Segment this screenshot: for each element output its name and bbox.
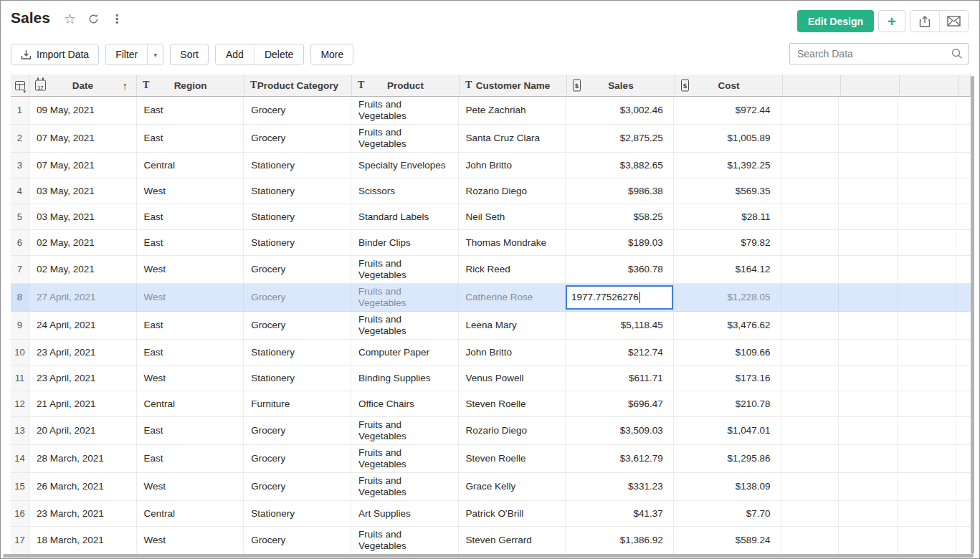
column-header-cost[interactable]: $ Cost xyxy=(675,75,783,96)
cell-product-category[interactable]: Stationery xyxy=(244,153,351,178)
cell-region[interactable]: West xyxy=(137,473,244,501)
cell-region[interactable]: East xyxy=(137,445,244,473)
row-number[interactable]: 8 xyxy=(11,284,29,312)
cell-product-category[interactable]: Grocery xyxy=(244,125,351,153)
cell-empty[interactable] xyxy=(956,340,971,366)
cell-customer-name[interactable]: Patrick O'Brill xyxy=(459,501,566,527)
cell-empty[interactable] xyxy=(781,340,839,366)
cell-sales[interactable]: $986.38 xyxy=(566,178,674,204)
share-button[interactable] xyxy=(910,11,939,32)
cell-empty[interactable] xyxy=(781,527,839,555)
cell-empty[interactable] xyxy=(781,153,839,178)
cell-region[interactable]: Central xyxy=(137,391,244,417)
cell-date[interactable]: 03 May, 2021 xyxy=(29,178,137,204)
cell-customer-name[interactable]: Leena Mary xyxy=(459,312,566,340)
cell-date[interactable]: 24 April, 2021 xyxy=(29,312,137,340)
cell-empty[interactable] xyxy=(956,125,971,153)
cell-sales[interactable]: $611.71 xyxy=(566,366,674,391)
cell-cost[interactable]: $972.44 xyxy=(674,97,781,125)
cell-cost[interactable]: $569.35 xyxy=(674,178,781,204)
cell-empty[interactable] xyxy=(956,256,971,284)
filter-button[interactable]: Filter xyxy=(106,44,147,64)
cell-empty[interactable] xyxy=(781,97,839,125)
cell-product[interactable]: Fruits and Vegetables xyxy=(351,527,459,555)
cell-customer-name[interactable]: Thomas Mondrake xyxy=(459,230,566,256)
cell-customer-name[interactable]: Catherine Rose xyxy=(458,284,566,312)
cell-empty[interactable] xyxy=(956,284,971,312)
cell-product-category[interactable]: Grocery xyxy=(244,527,351,555)
column-header-empty[interactable] xyxy=(783,75,841,96)
cell-empty[interactable] xyxy=(956,417,971,445)
cell-empty[interactable] xyxy=(781,445,839,473)
cell-date[interactable]: 23 March, 2021 xyxy=(29,501,137,527)
cell-sales[interactable]: $189.03 xyxy=(566,230,674,256)
row-number[interactable]: 5 xyxy=(11,204,29,230)
cell-empty[interactable] xyxy=(956,473,971,501)
cell-region[interactable]: East xyxy=(137,417,244,445)
cell-product-category[interactable]: Grocery xyxy=(244,256,351,284)
cell-product[interactable]: Art Supplies xyxy=(351,501,459,527)
cell-product[interactable]: Fruits and Vegetables xyxy=(351,312,459,340)
cell-sales[interactable]: $5,118.45 xyxy=(566,312,674,340)
cell-product[interactable]: Fruits and Vegetables xyxy=(351,473,459,501)
cell-empty[interactable] xyxy=(898,366,956,391)
row-number[interactable]: 17 xyxy=(11,527,29,555)
cell-empty[interactable] xyxy=(781,391,839,417)
row-number[interactable]: 16 xyxy=(11,501,29,527)
cell-empty[interactable] xyxy=(781,501,839,527)
row-number[interactable]: 3 xyxy=(11,153,29,178)
row-number[interactable]: 14 xyxy=(11,445,29,473)
more-options-icon[interactable]: ⋮ xyxy=(111,12,123,26)
favorite-star-icon[interactable]: ☆ xyxy=(64,12,76,26)
cell-customer-name[interactable]: John Britto xyxy=(459,153,566,178)
cell-empty[interactable] xyxy=(781,230,839,256)
delete-button[interactable]: Delete xyxy=(254,44,303,64)
cell-empty[interactable] xyxy=(839,153,898,178)
cell-product-category[interactable]: Stationery xyxy=(244,178,351,204)
select-all-header[interactable]: ▾ xyxy=(11,75,29,96)
cell-empty[interactable] xyxy=(839,125,898,153)
cell-customer-name[interactable]: Steven Roelle xyxy=(459,445,566,473)
cell-date[interactable]: 09 May, 2021 xyxy=(29,97,137,125)
cell-sales[interactable]: $3,612.79 xyxy=(566,445,674,473)
cell-product-category[interactable]: Grocery xyxy=(244,284,351,312)
cell-sales[interactable]: 1977.77526276 xyxy=(566,284,674,312)
cell-cost[interactable]: $1,047.01 xyxy=(674,417,781,445)
cell-region[interactable]: West xyxy=(137,527,244,555)
cell-date[interactable]: 07 May, 2021 xyxy=(29,125,137,153)
cell-customer-name[interactable]: Pete Zachriah xyxy=(459,97,566,125)
cell-customer-name[interactable]: Rozario Diego xyxy=(459,178,566,204)
cell-cost[interactable]: $138.09 xyxy=(674,473,781,501)
cell-date[interactable]: 03 May, 2021 xyxy=(29,204,137,230)
cell-cost[interactable]: $1,228.05 xyxy=(674,284,781,312)
cell-region[interactable]: East xyxy=(137,125,244,153)
cell-empty[interactable] xyxy=(956,230,971,256)
cell-empty[interactable] xyxy=(956,391,971,417)
cell-customer-name[interactable]: John Britto xyxy=(459,340,566,366)
cell-empty[interactable] xyxy=(898,417,956,445)
edit-design-button[interactable]: Edit Design xyxy=(797,10,874,32)
cell-product[interactable]: Binding Supplies xyxy=(351,366,459,391)
cell-date[interactable]: 07 May, 2021 xyxy=(29,153,137,178)
vertical-scrollbar[interactable] xyxy=(971,76,974,554)
cell-empty[interactable] xyxy=(898,178,956,204)
cell-customer-name[interactable]: Grace Kelly xyxy=(459,473,566,501)
cell-date[interactable]: 23 April, 2021 xyxy=(29,366,137,391)
cell-product[interactable]: Fruits and Vegetables xyxy=(351,256,459,284)
cell-empty[interactable] xyxy=(898,97,956,125)
cell-cost[interactable]: $1,005.89 xyxy=(674,125,781,153)
cell-cost[interactable]: $164.12 xyxy=(674,256,781,284)
cell-sales[interactable]: $3,002.46 xyxy=(566,97,674,125)
cell-region[interactable]: West xyxy=(137,366,244,391)
cell-empty[interactable] xyxy=(781,312,839,340)
cell-empty[interactable] xyxy=(839,256,898,284)
cell-customer-name[interactable]: Steven Roelle xyxy=(459,391,566,417)
row-number[interactable]: 13 xyxy=(11,417,29,445)
cell-region[interactable]: West xyxy=(137,256,244,284)
cell-empty[interactable] xyxy=(781,125,839,153)
cell-sales[interactable]: $360.78 xyxy=(566,256,674,284)
cell-empty[interactable] xyxy=(898,501,956,527)
cell-sales[interactable]: $2,875.25 xyxy=(566,125,674,153)
cell-empty[interactable] xyxy=(781,417,839,445)
cell-sales[interactable]: $3,509.03 xyxy=(566,417,674,445)
